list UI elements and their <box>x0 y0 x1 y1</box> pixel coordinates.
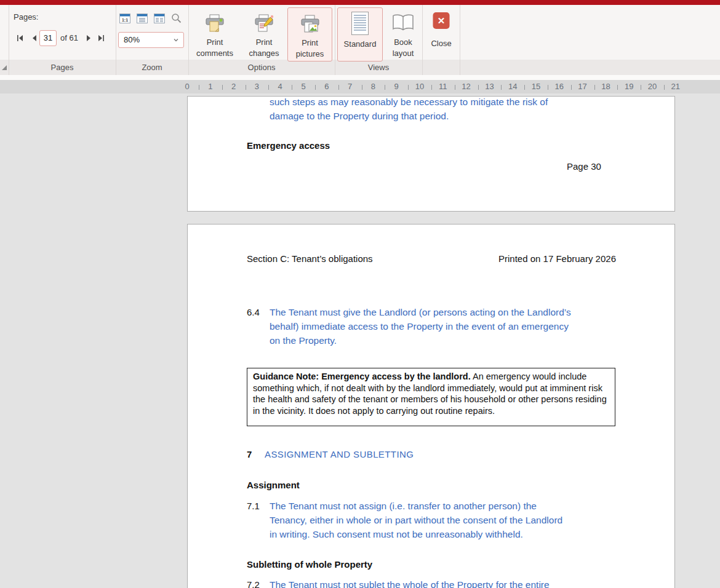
ruler-tick <box>548 85 548 90</box>
ruler: 0123456789101112131415161718192021 <box>0 80 720 93</box>
last-page-button[interactable] <box>97 34 105 42</box>
first-page-button[interactable] <box>16 34 25 42</box>
ruler-tick <box>338 85 339 90</box>
ruler-number: 14 <box>508 82 517 91</box>
standard-view-label: Standard <box>338 39 382 50</box>
title-bar <box>0 0 720 5</box>
emergency-access-heading: Emergency access <box>247 140 330 151</box>
ruler-tick <box>222 85 223 90</box>
group-divider <box>460 5 460 75</box>
standard-view-button[interactable]: Standard <box>337 7 383 62</box>
ruler-number: 2 <box>231 82 236 91</box>
book-layout-label-line2: layout <box>384 48 422 59</box>
book-layout-icon <box>391 14 415 32</box>
ruler-tick <box>524 85 525 90</box>
ruler-number: 6 <box>324 82 329 91</box>
ruler-tick <box>268 85 269 90</box>
magnifier-icon[interactable] <box>171 13 182 23</box>
clause-64-text: The Tenant must give the Landlord (or pe… <box>270 305 620 348</box>
pages-caption: Pages: <box>14 12 38 22</box>
ruler-tick <box>455 85 455 90</box>
clause-71-number: 7.1 <box>247 501 260 511</box>
close-label: Close <box>423 38 459 49</box>
close-icon: ✕ <box>433 12 450 29</box>
ruler-tick <box>292 85 292 90</box>
print-changes-label-line2: changes <box>240 48 288 59</box>
ruler-tick <box>246 85 246 90</box>
close-preview-button[interactable]: ✕ Close <box>423 7 459 62</box>
current-page-input[interactable]: 31 <box>39 30 57 46</box>
ruler-number: 17 <box>578 82 586 91</box>
ruler-number: 15 <box>532 82 540 91</box>
print-comments-button[interactable]: Print comments <box>191 7 239 62</box>
ruler-number: 19 <box>625 82 633 91</box>
clause-72-number: 7.2 <box>247 579 260 588</box>
zoom-group-label: Zoom <box>116 62 188 75</box>
ruler-number: 21 <box>671 82 680 91</box>
ruler-number: 1 <box>208 82 212 91</box>
print-pictures-label-line2: pictures <box>288 49 332 60</box>
ruler-tick <box>408 85 409 90</box>
print-comments-label-line1: Print <box>191 37 239 48</box>
clause-71-text: The Tenant must not assign (i.e. transfe… <box>270 499 620 541</box>
print-changes-label-line1: Print <box>240 37 288 48</box>
ruler-tick <box>501 85 502 90</box>
standard-view-icon <box>351 12 369 35</box>
guidance-note-title: Guidance Note: Emergency access by the l… <box>253 371 471 381</box>
preview-canvas: such steps as may reasonably be necessar… <box>0 93 720 588</box>
ruler-number: 3 <box>255 82 259 91</box>
chevron-down-icon <box>174 38 178 42</box>
ruler-number: 7 <box>348 82 352 91</box>
ruler-tick <box>431 85 432 90</box>
print-pictures-button[interactable]: Print pictures <box>287 7 332 62</box>
ribbon-bottom-strip <box>0 75 720 80</box>
clause-72-text: The Tenant must not sublet the whole of … <box>270 578 620 588</box>
ruler-tick <box>362 85 362 90</box>
ruler-number: 12 <box>462 82 470 91</box>
svg-text:1:1: 1:1 <box>122 18 128 22</box>
ruler-number: 10 <box>415 82 424 91</box>
ruler-number: 16 <box>555 82 564 91</box>
ruler-number: 18 <box>601 82 610 91</box>
fit-page-icon[interactable] <box>137 14 148 23</box>
ruler-tick <box>641 85 641 90</box>
preview-page-31[interactable]: Section C: Tenant’s obligations Printed … <box>187 224 675 588</box>
ruler-number: 13 <box>485 82 494 91</box>
preview-page-30[interactable]: such steps as may reasonably be necessar… <box>187 96 675 212</box>
print-pictures-icon <box>299 14 321 35</box>
ruler-tick <box>594 85 595 90</box>
ruler-number: 8 <box>371 82 375 91</box>
book-layout-button[interactable]: Book layout <box>384 7 422 62</box>
print-changes-button[interactable]: Print changes <box>240 7 288 62</box>
page-number-text: Page 30 <box>567 161 601 172</box>
pages-group-label: Pages <box>9 62 116 75</box>
ruler-tick <box>664 85 665 90</box>
section-7-title: ASSIGNMENT AND SUBLETTING <box>265 449 414 459</box>
print-comments-label-line2: comments <box>191 48 239 59</box>
ruler-number: 9 <box>394 82 399 91</box>
clause-64-number: 6.4 <box>247 307 260 317</box>
ruler-number: 4 <box>278 82 282 91</box>
print-preview-ribbon: Pages: 31 of 61 Pages 1:1 <box>0 5 720 75</box>
ruler-tick <box>199 85 199 90</box>
ruler-number: 0 <box>185 82 189 91</box>
next-page-button[interactable] <box>84 34 93 42</box>
assignment-heading: Assignment <box>247 480 300 490</box>
clause-paragraph: such steps as may reasonably be necessar… <box>270 96 620 123</box>
ruler-tick <box>478 85 479 90</box>
page-header-left: Section C: Tenant’s obligations <box>247 253 373 264</box>
resize-grip-icon <box>2 65 7 70</box>
section-7-number: 7 <box>247 449 252 459</box>
page-header-right: Printed on 17 February 2026 <box>498 253 616 264</box>
one-to-one-zoom-icon[interactable]: 1:1 <box>119 14 130 23</box>
zoom-percent-combobox[interactable]: 80% <box>118 32 184 48</box>
views-group-label: Views <box>335 62 422 75</box>
ruler-number: 20 <box>648 82 657 91</box>
fit-two-pages-icon[interactable] <box>154 14 165 23</box>
ruler-number: 11 <box>439 82 447 91</box>
previous-page-button[interactable] <box>30 34 39 42</box>
group-divider <box>422 5 423 75</box>
book-layout-label-line1: Book <box>384 37 422 48</box>
ruler-tick <box>571 85 572 90</box>
print-changes-icon <box>253 14 275 34</box>
